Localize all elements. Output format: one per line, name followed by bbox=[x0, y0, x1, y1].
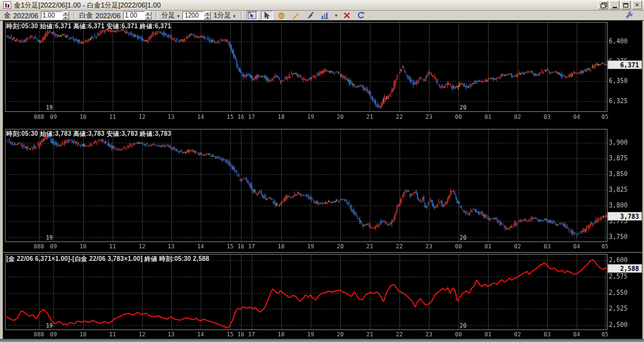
current-price-box: 3,783 bbox=[608, 212, 642, 221]
price-axis-label: 3,750 bbox=[609, 233, 640, 240]
time-axis-label: 01 bbox=[480, 331, 496, 338]
time-axis-label: 17 bbox=[243, 243, 260, 250]
time-axis-label: 20 bbox=[332, 243, 348, 250]
time-axis-label: 13 bbox=[163, 243, 179, 250]
gold-panel: 時刻:05:30 始値:6,371 高値:6,371 安値:6,371 終値:6… bbox=[0, 21, 644, 123]
time-axis-label: 13 bbox=[163, 114, 179, 120]
draw-pencil-icon[interactable] bbox=[290, 11, 302, 20]
time-axis-label: 20 bbox=[332, 331, 348, 338]
time-axis-label: 22 bbox=[391, 331, 408, 338]
chart-type-icon[interactable] bbox=[319, 11, 331, 20]
time-axis-label: 04 bbox=[569, 243, 585, 250]
platinum-label: 白金 bbox=[79, 11, 93, 20]
time-axis-label: 14 bbox=[192, 114, 209, 120]
time-axis-label: 10 bbox=[75, 243, 91, 250]
crosshair-mode-icon[interactable] bbox=[247, 11, 258, 20]
time-axis-label: 03 bbox=[539, 331, 555, 338]
price-axis-label: 3,875 bbox=[609, 155, 640, 162]
time-axis-label: 10 bbox=[75, 331, 91, 338]
platinum-multiplier-spinner[interactable]: 1.00 ▲▼ bbox=[123, 11, 152, 19]
chart-type-dropdown-arrow[interactable]: ▼ bbox=[335, 14, 338, 18]
window-bottom-border bbox=[0, 339, 644, 342]
interval-type-select[interactable]: 分足▼ bbox=[162, 11, 180, 20]
time-axis-label: 14 bbox=[192, 243, 209, 250]
current-price-box: 6,371 bbox=[608, 60, 642, 69]
time-axis-label: 04 bbox=[569, 114, 585, 120]
price-axis-label: 6,400 bbox=[609, 38, 640, 45]
time-axis-label: 21 bbox=[362, 331, 378, 338]
titlebar: 金1分足[2022/06]1.00 - 白金1分足[2022/06]1.00 ✕ bbox=[0, 0, 644, 11]
gold-info-line: 時刻:05:30 始値:6,371 高値:6,371 安値:6,371 終値:6… bbox=[6, 22, 171, 31]
gold-month-select[interactable]: 2022/06 bbox=[13, 12, 38, 19]
time-axis-label: 13 bbox=[163, 331, 179, 338]
price-axis-label: 3,825 bbox=[609, 186, 640, 193]
close-button[interactable]: ✕ bbox=[632, 1, 642, 9]
spread-chart-canvas[interactable] bbox=[0, 253, 644, 339]
time-axis-label: 00 bbox=[450, 114, 467, 120]
time-axis-label: 22 bbox=[391, 114, 408, 120]
time-axis-label: 22 bbox=[391, 243, 408, 250]
window-layer-button[interactable] bbox=[598, 1, 608, 9]
time-axis-label: 05 bbox=[597, 114, 613, 120]
maximize-button[interactable] bbox=[621, 1, 631, 9]
gold-chart-canvas[interactable] bbox=[0, 21, 644, 123]
select-cursor-icon[interactable] bbox=[261, 11, 273, 20]
date-label: 20 bbox=[460, 104, 472, 111]
time-axis-label: 11 bbox=[104, 243, 121, 250]
spread-panel: [金 22/06 6,371×1.00]-[白金 22/06 3,783×1.0… bbox=[0, 253, 644, 339]
time-axis-label: 03 bbox=[539, 243, 555, 250]
time-axis-label: 21 bbox=[362, 114, 378, 120]
app-window: 金1分足[2022/06]1.00 - 白金1分足[2022/06]1.00 ✕… bbox=[0, 0, 644, 342]
time-axis-label: 09 bbox=[45, 331, 62, 338]
time-axis-label: 02 bbox=[509, 243, 526, 250]
current-price-box: 2,588 bbox=[608, 264, 642, 273]
price-axis-label: 6,325 bbox=[609, 97, 640, 104]
time-axis-label: 23 bbox=[421, 114, 437, 120]
time-axis-label: 09 bbox=[45, 114, 62, 120]
time-axis-label: 04 bbox=[569, 331, 585, 338]
minimize-button[interactable] bbox=[609, 1, 619, 9]
date-label: 19 bbox=[46, 234, 58, 241]
app-icon bbox=[3, 1, 11, 9]
time-axis-label: 00 bbox=[450, 243, 467, 250]
time-axis-label: 18 bbox=[273, 114, 289, 120]
price-axis-label: 3,850 bbox=[609, 170, 640, 177]
price-axis-label: 2,600 bbox=[609, 256, 640, 263]
platinum-month-select[interactable]: 2022/06 bbox=[96, 12, 121, 19]
delete-drawings-icon[interactable] bbox=[341, 11, 353, 20]
time-axis-label: 00 bbox=[450, 331, 467, 338]
draw-pen-icon[interactable] bbox=[304, 11, 316, 20]
price-axis-label: 6,350 bbox=[609, 77, 640, 84]
time-axis-label: 12 bbox=[134, 114, 150, 120]
time-axis-label: 17 bbox=[243, 114, 260, 120]
date-label: 19 bbox=[46, 323, 58, 329]
price-axis-label: 2,525 bbox=[609, 305, 640, 312]
time-axis-label: 05 bbox=[597, 331, 613, 338]
settings-wrench-icon[interactable] bbox=[623, 11, 635, 20]
time-axis-label: 19 bbox=[303, 114, 319, 120]
platinum-chart-canvas[interactable] bbox=[0, 123, 644, 253]
time-axis-label: 14 bbox=[192, 331, 209, 338]
bar-count-spinner[interactable]: 1200 ▲▼ bbox=[182, 11, 211, 19]
interval-value-select[interactable]: 1分足▼ bbox=[213, 11, 236, 20]
price-axis-label: 3,800 bbox=[609, 202, 640, 209]
gold-multiplier-spinner[interactable]: 1.00 ▲▼ bbox=[41, 11, 69, 19]
time-axis-label: 12 bbox=[134, 243, 150, 250]
time-axis-label: 05 bbox=[597, 243, 613, 250]
time-axis-label: 11 bbox=[104, 114, 121, 120]
date-label: 20 bbox=[460, 323, 472, 329]
time-axis-label: 23 bbox=[421, 243, 437, 250]
time-axis-label: 18 bbox=[273, 243, 289, 250]
time-axis-label: 19 bbox=[303, 331, 319, 338]
time-axis-label: 19 bbox=[303, 243, 319, 250]
gold-label: 金 bbox=[4, 11, 11, 20]
time-axis-label: 18 bbox=[273, 331, 289, 338]
time-axis-label: 23 bbox=[421, 331, 437, 338]
price-axis-label: 2,550 bbox=[609, 289, 640, 296]
refresh-icon[interactable] bbox=[355, 11, 367, 20]
date-label: 20 bbox=[460, 234, 472, 241]
spread-info-line: [金 22/06 6,371×1.00]-[白金 22/06 3,783×1.0… bbox=[6, 255, 209, 263]
time-axis-label: 02 bbox=[509, 114, 526, 120]
price-axis-label: 2,500 bbox=[609, 321, 640, 328]
pan-hand-icon[interactable] bbox=[275, 11, 287, 20]
